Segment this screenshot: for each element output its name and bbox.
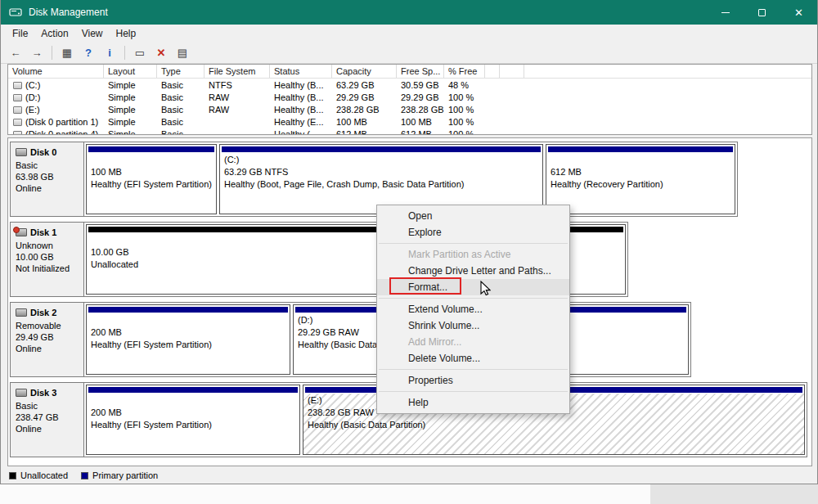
disk-type: Unknown bbox=[16, 240, 79, 251]
disk-type: Basic bbox=[16, 400, 79, 412]
menu-view[interactable]: View bbox=[75, 26, 110, 41]
column-header-file-system[interactable]: File System bbox=[204, 65, 270, 78]
close-icon: ✕ bbox=[794, 7, 803, 18]
context-menu-item-extend-volume[interactable]: Extend Volume... bbox=[377, 301, 569, 317]
column-header-status[interactable]: Status bbox=[270, 65, 332, 78]
context-menu: Open Explore Mark Partition as Active Ch… bbox=[376, 205, 570, 414]
partition-efi-disk3[interactable]: 200 MB Healthy (EFI System Partition) bbox=[86, 385, 300, 455]
context-menu-item-add-mirror: Add Mirror... bbox=[377, 334, 569, 350]
forward-icon[interactable]: → bbox=[27, 44, 47, 61]
disk-row-2: Disk 2 Removable 29.49 GB Online 200 MB … bbox=[10, 302, 691, 377]
menu-separator bbox=[379, 369, 568, 370]
menubar: File Action View Help bbox=[1, 25, 817, 42]
titlebar: Disk Management ✕ bbox=[1, 0, 817, 25]
disk-icon bbox=[16, 148, 27, 156]
disk-2-label[interactable]: Disk 2 Removable 29.49 GB Online bbox=[11, 303, 84, 376]
volume-icon bbox=[13, 94, 22, 101]
volume-list: Volume Layout Type File System Status Ca… bbox=[7, 64, 812, 135]
toolbar-separator bbox=[52, 46, 52, 60]
disk-size: 63.98 GB bbox=[16, 171, 79, 182]
warning-dot-icon bbox=[13, 227, 20, 233]
context-menu-item-properties[interactable]: Properties bbox=[377, 372, 569, 389]
menu-separator bbox=[379, 298, 568, 299]
context-menu-item-change-drive-letter[interactable]: Change Drive Letter and Paths... bbox=[377, 263, 569, 279]
delete-volume-icon[interactable]: ✕ bbox=[151, 44, 171, 61]
table-row[interactable]: (E:) Simple Basic RAW Healthy (B... 238.… bbox=[8, 103, 811, 115]
disk-status: Online bbox=[16, 182, 79, 194]
mouse-cursor bbox=[479, 281, 491, 297]
partition-color-bar bbox=[88, 387, 298, 393]
disk-type: Removable bbox=[16, 320, 79, 331]
maximize-button[interactable] bbox=[744, 0, 780, 25]
column-header-volume[interactable]: Volume bbox=[8, 65, 104, 78]
column-header-layout[interactable]: Layout bbox=[104, 65, 157, 78]
legend: Unallocated Primary partition bbox=[9, 470, 158, 480]
disk-type: Basic bbox=[16, 160, 79, 171]
info-icon[interactable]: i bbox=[100, 44, 119, 61]
toolbar-separator bbox=[124, 46, 125, 60]
disk-3-label[interactable]: Disk 3 Basic 238.47 GB Online bbox=[11, 383, 84, 457]
disk-warning-icon bbox=[16, 228, 27, 236]
column-header-filler bbox=[524, 65, 811, 78]
disk-icon bbox=[16, 308, 27, 317]
table-row[interactable]: (D:) Simple Basic RAW Healthy (B... 29.2… bbox=[8, 91, 811, 103]
menu-action[interactable]: Action bbox=[34, 26, 74, 41]
minimize-icon bbox=[721, 12, 730, 13]
context-menu-item-open[interactable]: Open bbox=[377, 208, 569, 224]
table-row[interactable]: (Disk 0 partition 1) Simple Basic Health… bbox=[8, 115, 811, 128]
volume-list-header: Volume Layout Type File System Status Ca… bbox=[8, 65, 811, 79]
menu-help[interactable]: Help bbox=[110, 26, 143, 41]
properties-icon[interactable]: ▤ bbox=[173, 44, 192, 61]
legend-unallocated: Unallocated bbox=[9, 470, 68, 480]
disk-management-icon bbox=[9, 6, 22, 19]
annotation-format-highlight bbox=[389, 277, 461, 295]
partition-color-bar bbox=[548, 146, 733, 152]
console-tree-icon[interactable]: ▦ bbox=[57, 44, 77, 61]
partition-color-bar bbox=[222, 146, 541, 152]
maximize-icon bbox=[758, 9, 766, 16]
disk-status: Online bbox=[16, 343, 79, 354]
column-header-pct-free[interactable]: % Free bbox=[444, 65, 485, 78]
partition-efi-disk0[interactable]: 100 MB Healthy (EFI System Partition) bbox=[86, 144, 217, 214]
partition-color-bar bbox=[88, 307, 288, 313]
partition-color-bar bbox=[88, 146, 214, 152]
minimize-button[interactable] bbox=[707, 0, 744, 25]
window-title: Disk Management bbox=[29, 7, 108, 18]
disk-size: 10.00 GB bbox=[16, 251, 79, 263]
context-menu-item-mark-partition-active: Mark Partition as Active bbox=[377, 246, 569, 263]
screen: Disk Management ✕ File Action View Help … bbox=[0, 0, 818, 504]
partition-recovery-disk0[interactable]: 612 MB Healthy (Recovery Partition) bbox=[546, 144, 735, 214]
column-header-free-space[interactable]: Free Sp... bbox=[397, 65, 444, 78]
disk-0-label[interactable]: Disk 0 Basic 63.98 GB Online bbox=[11, 142, 84, 216]
column-header-type[interactable]: Type bbox=[157, 65, 204, 78]
primary-partition-swatch bbox=[81, 472, 88, 479]
table-row[interactable]: (Disk 0 partition 4) Simple Basic Health… bbox=[8, 128, 811, 135]
close-button[interactable]: ✕ bbox=[780, 0, 817, 25]
column-header-capacity[interactable]: Capacity bbox=[332, 65, 397, 78]
context-menu-item-explore[interactable]: Explore bbox=[377, 224, 569, 241]
menu-separator bbox=[379, 243, 568, 244]
context-menu-item-delete-volume[interactable]: Delete Volume... bbox=[377, 350, 569, 367]
context-menu-item-help[interactable]: Help bbox=[377, 394, 569, 411]
disk-status: Not Initialized bbox=[16, 263, 79, 274]
volume-icon bbox=[13, 119, 22, 126]
disk-size: 29.49 GB bbox=[16, 331, 79, 343]
disk-size: 238.47 GB bbox=[16, 412, 79, 423]
column-header-empty bbox=[485, 65, 500, 78]
table-row[interactable]: (C:) Simple Basic NTFS Healthy (B... 63.… bbox=[8, 79, 811, 91]
desktop-strip bbox=[0, 484, 818, 504]
toolbar: ← → ▦ ? i ▭ ✕ ▤ bbox=[1, 42, 817, 64]
column-header-empty bbox=[500, 65, 524, 78]
disk-row-0: Disk 0 Basic 63.98 GB Online 100 MB Heal… bbox=[10, 142, 738, 217]
taskbar-fragment bbox=[650, 484, 818, 504]
dialog-icon[interactable]: ▭ bbox=[130, 44, 150, 61]
menu-separator bbox=[379, 391, 568, 392]
help-icon[interactable]: ? bbox=[79, 44, 98, 61]
window-controls: ✕ bbox=[707, 0, 817, 25]
back-icon[interactable]: ← bbox=[6, 44, 25, 61]
menu-file[interactable]: File bbox=[6, 26, 34, 41]
disk-1-label[interactable]: Disk 1 Unknown 10.00 GB Not Initialized bbox=[11, 223, 84, 296]
disk-status: Online bbox=[16, 423, 79, 434]
context-menu-item-shrink-volume[interactable]: Shrink Volume... bbox=[377, 317, 569, 334]
partition-efi-disk2[interactable]: 200 MB Healthy (EFI System Partition) bbox=[86, 304, 290, 375]
